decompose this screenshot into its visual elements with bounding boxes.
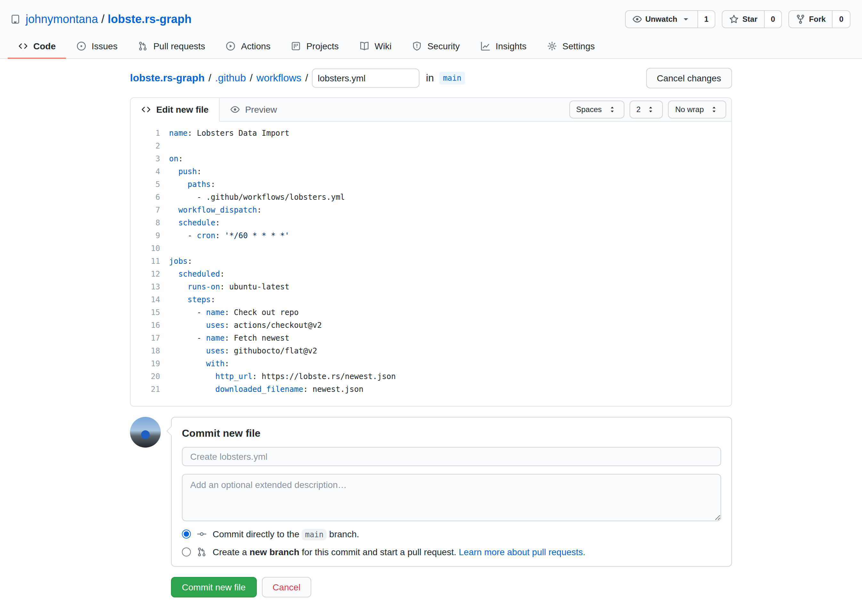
learn-more-link[interactable]: Learn more about pull requests.	[459, 547, 585, 557]
tab-settings[interactable]: Settings	[537, 35, 605, 59]
code-line: 9 - cron: '*/60 * * * *'	[131, 229, 731, 242]
tab-label: Code	[33, 41, 56, 51]
tab-insights[interactable]: Insights	[470, 35, 537, 59]
commit-branch-radio[interactable]	[182, 547, 191, 556]
branch-badge: main	[439, 72, 465, 85]
repo-owner-link[interactable]: johnymontana	[26, 13, 98, 26]
line-number: 5	[131, 178, 169, 191]
repo-name-link[interactable]: lobste.rs-graph	[108, 13, 192, 26]
user-avatar	[130, 417, 161, 448]
fork-count[interactable]: 0	[833, 10, 851, 28]
line-number: 15	[131, 306, 169, 319]
editor-tab-preview[interactable]: Preview	[219, 98, 287, 121]
fork-button[interactable]: Fork	[789, 10, 833, 28]
commit-new-file-button[interactable]: Commit new file	[171, 577, 256, 597]
commit-message-input[interactable]	[182, 447, 721, 466]
commit-description-textarea[interactable]	[182, 474, 721, 521]
editor-tab-label: Edit new file	[156, 104, 208, 115]
line-content: http_url: https://lobste.rs/newest.json	[169, 370, 396, 383]
code-line: 15 - name: Check out repo	[131, 306, 731, 319]
line-number: 14	[131, 293, 169, 306]
line-number: 9	[131, 229, 169, 242]
button-label: Unwatch	[645, 13, 677, 26]
code-line: 18 uses: githubocto/flat@v2	[131, 344, 731, 357]
line-number: 8	[131, 217, 169, 229]
code-line: 8 schedule:	[131, 217, 731, 229]
star-count[interactable]: 0	[764, 10, 782, 28]
updown-icon	[646, 104, 656, 115]
repo-separator: /	[101, 13, 104, 26]
commit-direct-text: Commit directly to the	[212, 529, 302, 539]
code-line: 3on:	[131, 152, 731, 165]
page: johnymontana / lobste.rs-graph Unwatch1S…	[0, 0, 862, 616]
tab-label: Actions	[241, 41, 271, 51]
breadcrumb-repo-link[interactable]: lobste.rs-graph	[130, 72, 204, 84]
tab-issues[interactable]: Issues	[66, 35, 128, 59]
line-number: 1	[131, 127, 169, 140]
commit-icon	[197, 529, 207, 539]
tab-label: Pull requests	[153, 41, 205, 51]
commit-form-title: Commit new file	[182, 428, 721, 439]
code-line: 19 with:	[131, 357, 731, 370]
cancel-changes-button[interactable]: Cancel changes	[646, 68, 732, 88]
line-number: 19	[131, 357, 169, 370]
pull-request-icon	[197, 547, 207, 557]
editor-header: Edit new filePreview Spaces2No wrap	[131, 98, 731, 122]
code-icon	[18, 41, 28, 51]
select-2[interactable]: 2	[629, 101, 663, 118]
repo-nav: CodeIssuesPull requestsActionsProjectsWi…	[0, 35, 862, 58]
unwatch-count[interactable]: 1	[698, 10, 715, 28]
repo-header-row: johnymontana / lobste.rs-graph Unwatch1S…	[0, 0, 862, 35]
editor-controls: Spaces2No wrap	[569, 98, 731, 121]
tab-security[interactable]: Security	[402, 35, 470, 59]
line-content: name: Lobsters Data Import	[169, 127, 289, 140]
breadcrumb-row: lobste.rs-graph/.github/workflows/ in ma…	[130, 68, 732, 88]
updown-icon	[709, 104, 719, 115]
editor-tab-edit-new-file[interactable]: Edit new file	[131, 98, 219, 122]
tab-code[interactable]: Code	[8, 35, 66, 59]
tab-label: Issues	[91, 41, 118, 51]
updown-icon	[607, 104, 617, 115]
line-content: - name: Fetch newest	[169, 332, 289, 344]
select-spaces[interactable]: Spaces	[569, 101, 624, 118]
line-content: schedule:	[169, 217, 220, 229]
tab-actions[interactable]: Actions	[216, 35, 281, 59]
select-no-wrap[interactable]: No wrap	[668, 101, 726, 118]
repo-icon	[10, 14, 20, 24]
line-content: jobs:	[169, 255, 192, 268]
star-button[interactable]: Star	[722, 10, 764, 28]
line-content: - cron: '*/60 * * * *'	[169, 229, 289, 242]
code-area[interactable]: 1name: Lobsters Data Import23on:4 push:5…	[131, 122, 731, 406]
commit-branch-label: Create a new branch for this commit and …	[212, 547, 585, 557]
code-line: 2	[131, 140, 731, 152]
breadcrumb-dir--github[interactable]: .github	[215, 72, 246, 84]
pull-request-icon	[138, 41, 148, 51]
code-line: 20 http_url: https://lobste.rs/newest.js…	[131, 370, 731, 383]
main-container: lobste.rs-graph/.github/workflows/ in ma…	[130, 68, 732, 616]
tab-label: Wiki	[374, 41, 392, 51]
line-number: 21	[131, 383, 169, 396]
cancel-button[interactable]: Cancel	[262, 577, 311, 597]
code-line: 12 scheduled:	[131, 268, 731, 280]
tab-pull-requests[interactable]: Pull requests	[128, 35, 216, 59]
filename-input[interactable]	[312, 69, 420, 88]
line-number: 20	[131, 370, 169, 383]
select-value: No wrap	[675, 103, 704, 116]
commit-branch-text-after: for this commit and start a pull request…	[299, 547, 459, 557]
gear-icon	[547, 41, 557, 51]
project-icon	[291, 41, 301, 51]
commit-icon-slot	[197, 529, 207, 539]
breadcrumb-dir-workflows[interactable]: workflows	[256, 72, 301, 84]
line-content: uses: githubocto/flat@v2	[169, 344, 317, 357]
tab-projects[interactable]: Projects	[281, 35, 349, 59]
line-content: with:	[169, 357, 229, 370]
line-content: workflow_dispatch:	[169, 204, 262, 217]
line-number: 7	[131, 204, 169, 217]
commit-form: Commit new file Commit directly to the m…	[171, 417, 732, 567]
tab-wiki[interactable]: Wiki	[349, 35, 402, 59]
commit-direct-radio[interactable]	[182, 530, 191, 539]
tab-label: Projects	[307, 41, 339, 51]
unwatch-button[interactable]: Unwatch	[625, 10, 698, 28]
button-label: Fork	[809, 13, 826, 26]
breadcrumb: lobste.rs-graph/.github/workflows/	[130, 72, 312, 84]
